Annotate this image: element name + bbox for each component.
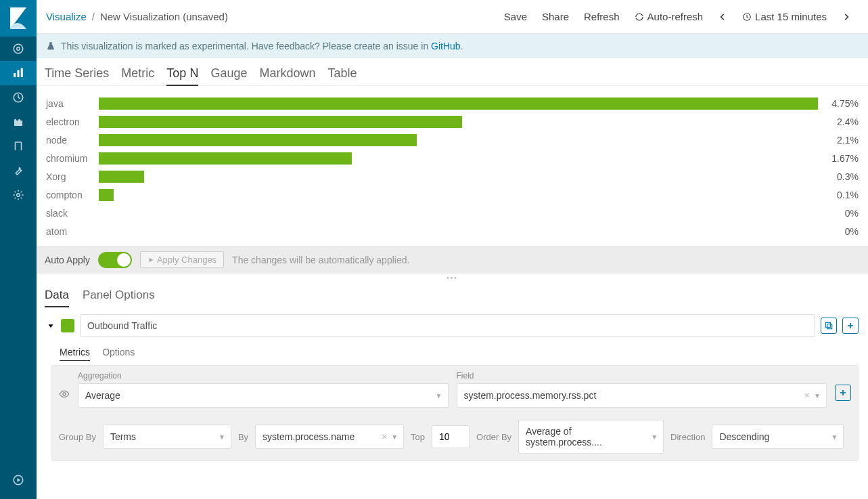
chart-row-label: node — [46, 135, 99, 146]
nav-apm[interactable] — [0, 134, 37, 158]
notice-github-link[interactable]: GitHub — [431, 41, 461, 51]
svg-marker-11 — [149, 257, 153, 262]
chart-row-value: 4.75% — [818, 98, 859, 109]
aggregation-select[interactable]: Average ▼ — [78, 383, 449, 408]
top-label: Top — [411, 432, 425, 442]
clone-series-button[interactable] — [821, 318, 837, 334]
nav-devtools[interactable] — [0, 158, 37, 183]
refresh-button[interactable]: Refresh — [576, 11, 627, 22]
metric-visibility-toggle[interactable] — [59, 371, 70, 402]
orderby-select[interactable]: Average of system.process.... ▼ — [518, 420, 664, 454]
refresh-icon — [635, 12, 644, 22]
series-color-swatch[interactable] — [61, 319, 74, 332]
clear-by-icon[interactable]: × — [382, 431, 387, 442]
copy-icon — [824, 321, 833, 330]
chart-row-value: 2.1% — [818, 135, 859, 146]
panel-tab-data[interactable]: Data — [45, 286, 69, 307]
vis-tab-time-series[interactable]: Time Series — [45, 64, 109, 85]
chart-row-value: 0.1% — [818, 190, 859, 200]
subtab-metrics[interactable]: Metrics — [60, 347, 90, 361]
chart-row-label: atom — [46, 226, 99, 237]
add-series-button[interactable] — [842, 318, 859, 334]
save-button[interactable]: Save — [497, 11, 534, 22]
chart-row: chromium1.67% — [46, 149, 859, 167]
time-picker[interactable]: Last 15 minutes — [735, 11, 834, 22]
orderby-label: Order By — [476, 432, 511, 442]
chart-row: Xorg0.3% — [46, 167, 859, 186]
auto-apply-toggle[interactable] — [98, 252, 132, 268]
svg-rect-4 — [18, 70, 20, 78]
vis-tab-top-n[interactable]: Top N — [166, 64, 198, 86]
vis-tab-gauge[interactable]: Gauge — [210, 64, 247, 85]
groupby-label: Group By — [59, 432, 96, 442]
chart-row: slack0% — [46, 204, 859, 222]
auto-apply-label: Auto Apply — [45, 255, 90, 265]
series-collapse-toggle[interactable] — [46, 321, 55, 330]
play-icon — [147, 257, 154, 263]
breadcrumb-root[interactable]: Visualize — [46, 11, 87, 22]
clear-field-icon[interactable]: × — [804, 390, 810, 401]
chevron-right-icon — [842, 12, 851, 22]
chart-bar — [99, 134, 417, 146]
chart-bar — [99, 171, 144, 183]
auto-refresh-button[interactable]: Auto-refresh — [627, 11, 711, 22]
chart-row-value: 2.4% — [818, 116, 859, 127]
svg-point-1 — [14, 44, 23, 53]
series-title-input[interactable] — [80, 314, 815, 337]
by-field-select[interactable]: system.process.name × ▼ — [255, 425, 404, 449]
chevron-left-icon — [718, 12, 727, 22]
nav-discover[interactable] — [0, 37, 37, 61]
add-metric-button[interactable] — [835, 385, 851, 401]
direction-select[interactable]: Descending ▼ — [712, 425, 844, 449]
groupby-select[interactable]: Terms ▼ — [103, 425, 231, 449]
caret-down-icon: ▼ — [651, 433, 658, 441]
chart-row-label: slack — [46, 208, 99, 219]
aggregation-label: Aggregation — [78, 371, 449, 381]
nav-visualize[interactable] — [0, 61, 37, 85]
svg-point-7 — [17, 194, 20, 197]
eye-icon — [59, 389, 70, 399]
time-next-button[interactable] — [834, 12, 859, 22]
vis-tab-table[interactable]: Table — [327, 64, 357, 85]
svg-marker-12 — [49, 324, 53, 328]
direction-label: Direction — [670, 432, 705, 442]
nav-management[interactable] — [0, 183, 37, 207]
chart-row-value: 0% — [818, 208, 859, 219]
chart-row: node2.1% — [46, 131, 859, 149]
chart-row-value: 0.3% — [818, 171, 859, 182]
share-button[interactable]: Share — [534, 11, 576, 22]
chart-row-label: Xorg — [46, 171, 99, 182]
notice-text: This visualization is marked as experime… — [61, 41, 431, 51]
nav-timelion[interactable] — [0, 110, 37, 134]
nav-dashboard[interactable] — [0, 85, 37, 110]
caret-down-icon: ▼ — [391, 433, 398, 441]
apply-note: The changes will be automatically applie… — [232, 255, 409, 265]
caret-down-icon: ▼ — [814, 392, 821, 399]
chart-row-label: chromium — [46, 153, 99, 164]
resize-handle[interactable]: ••• — [37, 274, 868, 282]
svg-rect-14 — [825, 322, 830, 327]
time-prev-button[interactable] — [710, 12, 735, 22]
subtab-options[interactable]: Options — [102, 347, 135, 361]
chart-row: electron2.4% — [46, 112, 859, 131]
apply-changes-button[interactable]: Apply Changes — [140, 251, 224, 268]
clock-icon — [742, 12, 752, 22]
chart-row-label: java — [46, 98, 99, 109]
kibana-logo[interactable] — [0, 0, 37, 37]
caret-down-icon: ▼ — [436, 392, 442, 399]
caret-down-icon: ▼ — [219, 433, 225, 441]
field-select[interactable]: system.process.memory.rss.pct × ▼ — [457, 383, 827, 408]
breadcrumb-current: New Visualization (unsaved) — [100, 11, 228, 22]
plus-icon — [838, 388, 848, 397]
caret-down-icon: ▼ — [831, 433, 838, 441]
svg-point-15 — [63, 393, 66, 395]
top-input[interactable] — [432, 425, 470, 448]
vis-tab-metric[interactable]: Metric — [121, 64, 154, 85]
chart-row-label: electron — [46, 116, 99, 127]
svg-marker-9 — [18, 478, 21, 482]
svg-rect-13 — [827, 324, 832, 329]
chart-bar — [99, 152, 352, 165]
vis-tab-markdown[interactable]: Markdown — [259, 64, 315, 85]
panel-tab-panel-options[interactable]: Panel Options — [83, 286, 155, 307]
nav-collapse[interactable] — [0, 468, 37, 492]
